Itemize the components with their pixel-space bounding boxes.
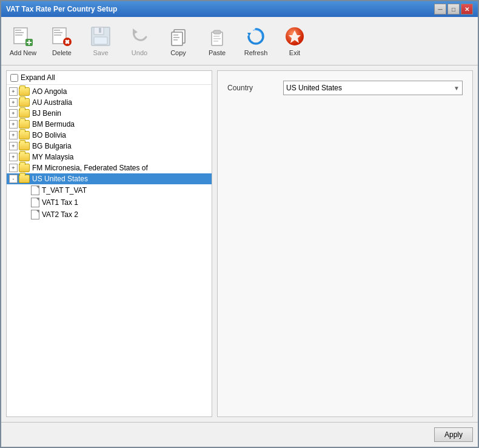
folder-icon-bj [19, 109, 30, 118]
svg-rect-17 [94, 37, 107, 44]
tree-item-bg[interactable]: + BG Bulgaria [7, 141, 212, 152]
svg-rect-21 [173, 35, 178, 36]
copy-icon [167, 25, 189, 47]
tree-item-ao[interactable]: + AO Angola [7, 86, 212, 97]
tree-item-vat1[interactable]: VAT1 Tax 1 [20, 196, 212, 209]
paste-button[interactable]: Paste [199, 21, 235, 62]
doc-icon-vat2 [31, 210, 39, 219]
doc-icon-vat1 [31, 198, 39, 207]
country-label: Country [227, 84, 276, 92]
paste-label: Paste [209, 49, 226, 56]
tree-item-fm[interactable]: + FM Micronesia, Federated States of [7, 162, 212, 173]
folder-icon-bo [19, 131, 30, 139]
svg-rect-20 [172, 32, 183, 45]
close-button[interactable]: ✕ [461, 4, 473, 15]
main-window: VAT Tax Rate Per Country Setup ─ □ ✕ [0, 0, 479, 448]
undo-label: Undo [132, 49, 147, 56]
folder-icon-us [19, 175, 30, 183]
tree-item-text-my: MY Malaysia [32, 153, 73, 161]
svg-rect-16 [99, 28, 101, 33]
copy-button[interactable]: Copy [160, 21, 196, 62]
left-panel: Expand All + AO Angola + AU Australia + [6, 70, 212, 417]
folder-icon-bm [19, 120, 30, 129]
refresh-button[interactable]: Refresh [238, 21, 274, 62]
svg-rect-10 [54, 35, 61, 36]
expand-btn-bj[interactable]: + [9, 109, 18, 118]
svg-rect-9 [54, 32, 62, 33]
title-bar: VAT Tax Rate Per Country Setup ─ □ ✕ [1, 1, 478, 17]
window-title: VAT Tax Rate Per Country Setup [6, 5, 117, 13]
undo-icon [129, 25, 150, 47]
tree-item-bj[interactable]: + BJ Benin [7, 108, 212, 119]
bottom-bar: Apply [1, 422, 478, 447]
refresh-label: Refresh [244, 49, 268, 56]
toolbar: Add New Delete [1, 17, 478, 65]
svg-rect-6 [27, 42, 32, 43]
folder-icon-au [19, 98, 30, 107]
save-button[interactable]: Save [82, 21, 119, 62]
exit-icon [284, 25, 306, 47]
doc-icon-t-vat [31, 186, 39, 195]
expand-btn-fm[interactable]: + [9, 164, 18, 172]
exit-button[interactable]: Exit [276, 21, 313, 62]
folder-icon-my [19, 153, 30, 161]
expand-all-label: Expand All [21, 73, 55, 82]
form-area: Country US United States ▼ [218, 71, 472, 416]
expand-btn-au[interactable]: + [9, 98, 18, 107]
tree-item-my[interactable]: + MY Malaysia [7, 152, 212, 162]
svg-rect-27 [213, 38, 221, 39]
tree-item-bm[interactable]: + BM Bermuda [7, 119, 212, 130]
dropdown-arrow-icon: ▼ [454, 85, 460, 92]
content-area: Expand All + AO Angola + AU Australia + [1, 65, 478, 422]
tree-item-text-bo: BO Bolivia [32, 131, 66, 139]
undo-button[interactable]: Undo [121, 21, 158, 62]
tree-item-au[interactable]: + AU Australia [7, 97, 212, 108]
tree-item-bo[interactable]: + BO Bolivia [7, 130, 212, 141]
tree-item-vat2[interactable]: VAT2 Tax 2 [20, 209, 212, 221]
exit-label: Exit [289, 49, 300, 56]
expand-all-checkbox[interactable] [10, 74, 18, 82]
svg-rect-22 [173, 37, 179, 38]
svg-rect-28 [213, 41, 218, 42]
country-select[interactable]: US United States ▼ [283, 81, 463, 95]
tree-item-text-bj: BJ Benin [32, 109, 61, 118]
tree-item-text-ao: AO Angola [32, 87, 67, 96]
save-label: Save [93, 49, 108, 56]
maximize-button[interactable]: □ [447, 4, 460, 15]
expand-btn-bo[interactable]: + [9, 131, 18, 139]
tree-item-text-fm: FM Micronesia, Federated States of [32, 164, 148, 172]
delete-label: Delete [52, 49, 72, 56]
svg-rect-2 [15, 32, 24, 33]
expand-btn-us[interactable]: - [9, 175, 18, 183]
svg-rect-3 [15, 35, 22, 36]
tree-item-t-vat[interactable]: T_VAT T_VAT [20, 184, 212, 196]
tree-item-text-au: AU Australia [32, 98, 72, 107]
tree-item-us[interactable]: - US United States [7, 173, 212, 184]
tree-item-text-vat1: VAT1 Tax 1 [42, 198, 78, 207]
add-new-button[interactable]: Add New [5, 21, 41, 62]
save-icon [90, 25, 112, 47]
country-form-row: Country US United States ▼ [227, 81, 463, 95]
svg-rect-8 [54, 30, 60, 31]
refresh-icon [245, 25, 267, 47]
svg-rect-23 [173, 39, 178, 41]
paste-icon [206, 25, 228, 47]
svg-marker-18 [133, 28, 138, 35]
minimize-button[interactable]: ─ [434, 4, 446, 15]
delete-icon [51, 25, 73, 47]
svg-rect-25 [213, 30, 221, 34]
country-select-value: US United States [286, 84, 342, 92]
expand-btn-bm[interactable]: + [9, 120, 18, 129]
tree-item-text-bg: BG Bulgaria [32, 142, 72, 150]
expand-btn-bg[interactable]: + [9, 142, 18, 150]
tree-item-text-bm: BM Bermuda [32, 120, 75, 129]
tree-area[interactable]: + AO Angola + AU Australia + BJ Benin [7, 85, 212, 416]
expand-btn-ao[interactable]: + [9, 87, 18, 96]
folder-icon-ao [19, 87, 30, 96]
copy-label: Copy [170, 49, 186, 56]
apply-button[interactable]: Apply [434, 427, 473, 442]
tree-item-text-us: US United States [32, 175, 88, 183]
tree-item-text-vat2: VAT2 Tax 2 [42, 210, 78, 219]
expand-btn-my[interactable]: + [9, 153, 18, 161]
delete-button[interactable]: Delete [44, 21, 80, 62]
